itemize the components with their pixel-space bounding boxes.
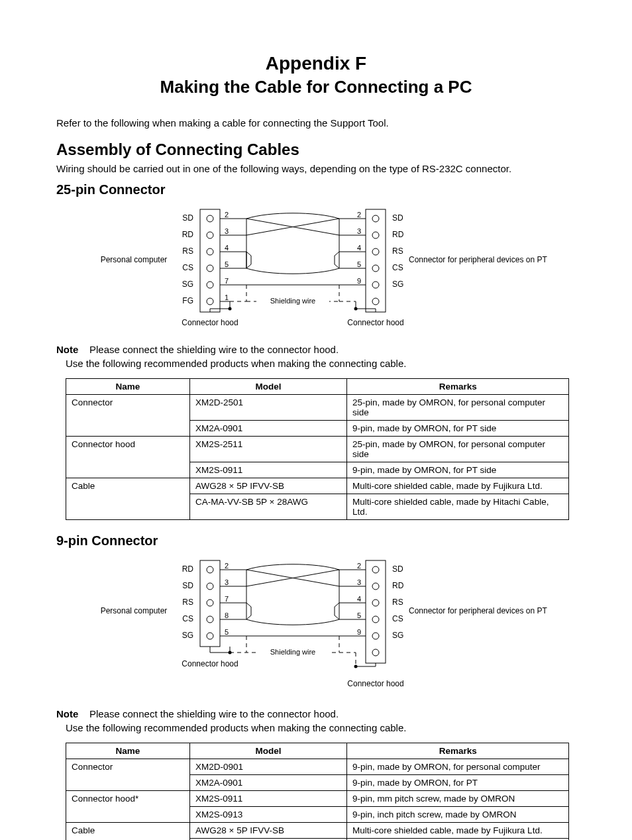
assembly-body: Wiring should be carried out in one of t… bbox=[56, 163, 576, 174]
table-row: CableAWG28 × 5P IFVV-SBMulti-core shield… bbox=[66, 823, 569, 839]
pin-label: SG bbox=[392, 631, 403, 640]
appendix-title: Appendix F bbox=[56, 53, 576, 74]
cell-remarks: 9-pin, made by OMRON, for PT side bbox=[347, 462, 569, 478]
table-row: ConnectorXM2D-250125-pin, made by OMRON,… bbox=[66, 395, 569, 421]
cell-remarks: 25-pin, made by OMRON, for personal comp… bbox=[347, 437, 569, 462]
hood-label: Connector hood bbox=[182, 318, 238, 327]
cell-model: XM2S-0913 bbox=[190, 807, 347, 823]
pin-circle bbox=[372, 583, 379, 590]
pin-number: 3 bbox=[357, 578, 361, 586]
table-row: XM2S-09139-pin, inch pitch screw, made b… bbox=[66, 807, 569, 823]
connector-box bbox=[366, 209, 386, 312]
right-device-label: Connector for peripheral devices on PT bbox=[409, 606, 547, 615]
pin-circle bbox=[372, 265, 379, 272]
pin-number: 2 bbox=[225, 562, 229, 570]
cell-remarks: 9-pin, made by OMRON, for PT side bbox=[347, 421, 569, 437]
pin-label: SG bbox=[182, 631, 193, 640]
shielding-label: Shielding wire bbox=[270, 648, 315, 656]
hood-label: Connector hood bbox=[182, 659, 238, 668]
cell-model: AWG28 × 5P IFVV-SB bbox=[190, 823, 347, 839]
table-row: XM2A-09019-pin, made by OMRON, for PT bbox=[66, 775, 569, 791]
hood-label: Connector hood bbox=[347, 679, 403, 688]
cell-name bbox=[66, 494, 190, 520]
note-9pin: Note Please connect the shielding wire t… bbox=[56, 708, 576, 719]
pin-circle bbox=[207, 298, 213, 305]
pin-circle bbox=[207, 232, 213, 238]
pin-label: SD bbox=[392, 564, 403, 574]
cell-name: Connector hood bbox=[66, 437, 190, 462]
pin-number: 3 bbox=[357, 227, 361, 235]
right-device-label: Connector for peripheral devices on PT bbox=[409, 255, 547, 264]
pin-circle bbox=[372, 633, 379, 639]
pin-label: SG bbox=[182, 280, 193, 289]
pin-circle bbox=[372, 215, 379, 222]
pin-label: RD bbox=[392, 581, 404, 590]
page-subtitle: Making the Cable for Connecting a PC bbox=[56, 77, 576, 97]
cell-name: Cable bbox=[66, 478, 190, 494]
pin-circle bbox=[372, 232, 379, 238]
pin-number: 8 bbox=[225, 611, 229, 619]
pin-number: 2 bbox=[357, 562, 361, 570]
cell-model: XM2D-0901 bbox=[190, 759, 347, 775]
cell-name: Connector bbox=[66, 395, 190, 421]
cell-name: Connector hood* bbox=[66, 791, 190, 807]
pin-number: 2 bbox=[225, 211, 229, 219]
table-row: XM2A-09019-pin, made by OMRON, for PT si… bbox=[66, 421, 569, 437]
th-model: Model bbox=[190, 379, 347, 395]
note-label: Note bbox=[56, 708, 89, 719]
shielding-label: Shielding wire bbox=[270, 297, 315, 305]
pin-circle bbox=[207, 616, 213, 623]
pin-circle bbox=[207, 282, 213, 288]
cell-model: XM2S-2511 bbox=[190, 437, 347, 462]
subnote-9pin: Use the following recommended products w… bbox=[66, 722, 576, 733]
cell-name: Cable bbox=[66, 823, 190, 839]
pin-circle bbox=[372, 649, 379, 656]
table-row: CableAWG28 × 5P IFVV-SBMulti-core shield… bbox=[66, 478, 569, 494]
pin-label: CS bbox=[392, 614, 403, 623]
subnote-25pin: Use the following recommended products w… bbox=[66, 358, 576, 369]
pin-circle bbox=[372, 298, 379, 305]
table-row: ConnectorXM2D-09019-pin, made by OMRON, … bbox=[66, 759, 569, 775]
th-model: Model bbox=[190, 743, 347, 759]
cell-model: XM2A-0901 bbox=[190, 775, 347, 791]
pin-label: SD bbox=[392, 213, 403, 223]
cell-model: AWG28 × 5P IFVV-SB bbox=[190, 478, 347, 494]
left-device-label: Personal computer bbox=[101, 255, 168, 264]
table-25pin: Name Model Remarks ConnectorXM2D-250125-… bbox=[66, 378, 569, 520]
cell-remarks: 25-pin, made by OMRON, for personal comp… bbox=[347, 395, 569, 421]
cell-name bbox=[66, 462, 190, 478]
pin-circle bbox=[207, 633, 213, 639]
pin-circle bbox=[372, 248, 379, 255]
pin-label: RS bbox=[392, 246, 403, 256]
pin-number: 5 bbox=[357, 611, 361, 619]
pin-circle bbox=[372, 600, 379, 606]
pin-number: 2 bbox=[357, 211, 361, 219]
section-9pin-heading: 9-pin Connector bbox=[56, 533, 576, 549]
th-name: Name bbox=[66, 379, 190, 395]
cell-remarks: Multi-core shielded cable, made by Hitac… bbox=[347, 494, 569, 520]
left-device-label: Personal computer bbox=[101, 606, 168, 615]
pin-label: RS bbox=[392, 598, 403, 607]
pin-circle bbox=[207, 248, 213, 255]
cell-model: XM2D-2501 bbox=[190, 395, 347, 421]
diagram-25pin: SD RD RS CS SG FG Personal computer 2 3 … bbox=[56, 203, 576, 337]
cell-remarks: Multi-core shielded cable, made by Fujik… bbox=[347, 823, 569, 839]
cell-remarks: 9-pin, made by OMRON, for personal compu… bbox=[347, 759, 569, 775]
pin-number: 4 bbox=[357, 244, 361, 252]
pin-number: 4 bbox=[357, 595, 361, 603]
connector-box bbox=[366, 560, 386, 663]
pin-circle bbox=[207, 215, 213, 222]
pin-circle bbox=[372, 566, 379, 573]
pin-number: 9 bbox=[357, 628, 361, 636]
table-9pin: Name Model Remarks ConnectorXM2D-09019-p… bbox=[66, 743, 569, 840]
pin-number: 1 bbox=[225, 293, 229, 301]
pin-label: SD bbox=[182, 581, 193, 590]
th-name: Name bbox=[66, 743, 190, 759]
cell-remarks: 9-pin, inch pitch screw, made by OMRON bbox=[347, 807, 569, 823]
cell-remarks: 9-pin, made by OMRON, for PT bbox=[347, 775, 569, 791]
pin-number: 7 bbox=[225, 277, 229, 285]
table-row: Connector hoodXM2S-251125-pin, made by O… bbox=[66, 437, 569, 462]
cell-model: CA-MA-VV-SB 5P × 28AWG bbox=[190, 494, 347, 520]
diagram-9pin: RD SD RS CS SG Personal computer 2 3 7 8… bbox=[56, 554, 576, 702]
note-text: Please connect the shielding wire to the… bbox=[89, 708, 576, 719]
